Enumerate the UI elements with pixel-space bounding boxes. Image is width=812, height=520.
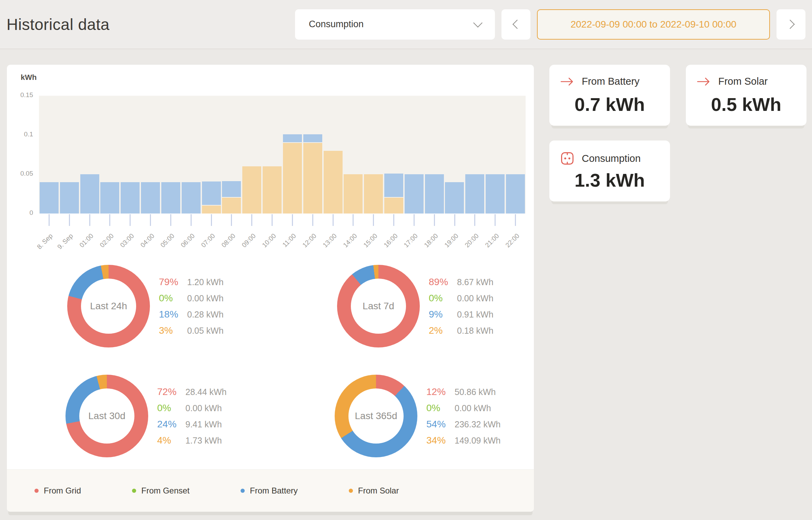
- legend-item-grid[interactable]: From Grid: [34, 486, 81, 496]
- kwh-value: 8.67 kWh: [457, 277, 494, 287]
- percent-value: 4%: [157, 435, 185, 446]
- donut-percent-row: 0%0.00 kWh: [429, 293, 494, 304]
- chart-legend: From GridFrom GensetFrom BatteryFrom Sol…: [7, 469, 534, 512]
- donut-hole: Last 30d: [79, 388, 134, 444]
- percent-value: 2%: [429, 325, 457, 336]
- kwh-value: 1.20 kWh: [187, 277, 224, 287]
- kwh-value: 9.41 kWh: [185, 419, 222, 429]
- donut-percent-row: 4%1.73 kWh: [157, 435, 227, 446]
- bar-slot: [221, 96, 242, 214]
- next-period-button[interactable]: [777, 9, 805, 40]
- bar-segment-battery: [303, 134, 322, 142]
- bar-segment-battery: [100, 182, 119, 214]
- prev-period-button[interactable]: [501, 9, 530, 40]
- bar-segment-battery: [202, 181, 221, 205]
- bar: [222, 181, 241, 214]
- percent-value: 34%: [426, 435, 455, 446]
- donut-hole: Last 365d: [348, 388, 404, 444]
- bar: [445, 182, 464, 214]
- legend-label: From Grid: [44, 486, 81, 496]
- bar-slot: [59, 96, 80, 214]
- donut-percent-row: 18%0.28 kWh: [159, 309, 224, 320]
- bar-segment-solar: [364, 174, 383, 214]
- x-tick: [373, 214, 374, 226]
- donut-label: Last 30d: [88, 410, 125, 422]
- bar-segment-battery: [283, 134, 302, 142]
- power-socket-icon: [560, 152, 574, 165]
- metric-select[interactable]: Consumption: [295, 9, 495, 40]
- bar-segment-battery: [465, 174, 484, 214]
- x-tick: [272, 214, 273, 226]
- bar-segment-battery: [222, 181, 241, 197]
- summary-card-value: 0.7 kWh: [549, 94, 670, 115]
- donut-block-last-7d: Last 7d89%8.67 kWh0%0.00 kWh9%0.91 kWh2%…: [337, 265, 494, 347]
- legend-item-battery[interactable]: From Battery: [241, 486, 298, 496]
- kwh-value: 0.05 kWh: [187, 326, 224, 336]
- bar-segment-battery: [60, 182, 79, 214]
- bar: [60, 182, 79, 214]
- summary-card-consumption: Consumption1.3 kWh: [549, 141, 670, 201]
- kwh-value: 28.44 kWh: [185, 387, 227, 397]
- bar-slot: [181, 96, 201, 214]
- bar: [40, 182, 59, 214]
- percent-value: 3%: [159, 325, 187, 336]
- summary-card-label: From Solar: [718, 76, 768, 87]
- bar-segment-battery: [486, 174, 505, 214]
- donut-block-last-24h: Last 24h79%1.20 kWh0%0.00 kWh18%0.28 kWh…: [67, 265, 224, 347]
- summary-card-value: 1.3 kWh: [549, 169, 670, 191]
- kwh-value: 0.00 kWh: [185, 403, 222, 413]
- bar: [161, 182, 180, 214]
- x-tick: [353, 214, 354, 226]
- percent-value: 89%: [429, 277, 457, 288]
- x-tick: [495, 214, 496, 226]
- kwh-value: 0.00 kWh: [187, 293, 224, 303]
- chevron-down-icon: [473, 18, 483, 28]
- bar-segment-battery: [80, 174, 99, 214]
- bar-slot: [39, 96, 59, 214]
- donut-label: Last 7d: [363, 301, 394, 312]
- bar-slot: [161, 96, 181, 214]
- donut-percent-list: 79%1.20 kWh0%0.00 kWh18%0.28 kWh3%0.05 k…: [159, 277, 224, 336]
- header-controls: Consumption 2022-09-09 00:00 to 2022-09-…: [295, 9, 805, 40]
- donut-chart: Last 365d: [335, 375, 417, 457]
- percent-value: 0%: [159, 293, 187, 304]
- bar: [242, 166, 261, 214]
- donut-percent-list: 72%28.44 kWh0%0.00 kWh24%9.41 kWh4%1.73 …: [157, 386, 227, 446]
- bar-slot: [80, 96, 100, 214]
- date-range-button[interactable]: 2022-09-09 00:00 to 2022-09-10 00:00: [537, 9, 770, 40]
- bar-segment-solar: [344, 174, 363, 214]
- donut-percent-row: 9%0.91 kWh: [429, 309, 494, 320]
- x-tick: [312, 214, 313, 226]
- bar-segment-battery: [182, 182, 201, 214]
- bar-segment-battery: [445, 182, 464, 214]
- x-tick: [474, 214, 475, 226]
- bar-slot: [282, 96, 303, 214]
- bar: [283, 134, 302, 214]
- bar-segment-solar: [222, 198, 241, 214]
- bar: [182, 182, 201, 214]
- bar: [506, 174, 525, 214]
- legend-item-solar[interactable]: From Solar: [349, 486, 399, 496]
- bar-segment-battery: [40, 182, 59, 214]
- kwh-value: 1.73 kWh: [185, 436, 222, 446]
- x-tick: [211, 214, 212, 226]
- bar: [405, 174, 424, 214]
- x-tick: [170, 214, 171, 226]
- legend-item-genset[interactable]: From Genset: [132, 486, 190, 496]
- legend-label: From Genset: [141, 486, 190, 496]
- donut-percent-row: 24%9.41 kWh: [157, 419, 227, 430]
- percent-value: 24%: [157, 419, 185, 430]
- y-tick-label: 0.05: [7, 170, 33, 177]
- x-tick: [69, 214, 70, 226]
- bar-slot: [303, 96, 323, 214]
- x-tick: [251, 214, 252, 226]
- bar-slot: [201, 96, 222, 214]
- donut-percent-row: 79%1.20 kWh: [159, 277, 224, 288]
- bar-slot: [120, 96, 140, 214]
- legend-dot: [34, 489, 39, 493]
- donut-percent-row: 54%236.32 kWh: [426, 419, 500, 430]
- bar: [344, 174, 363, 214]
- donut-chart: Last 24h: [67, 265, 150, 347]
- bar-segment-battery: [121, 182, 140, 214]
- bar-slot: [424, 96, 445, 214]
